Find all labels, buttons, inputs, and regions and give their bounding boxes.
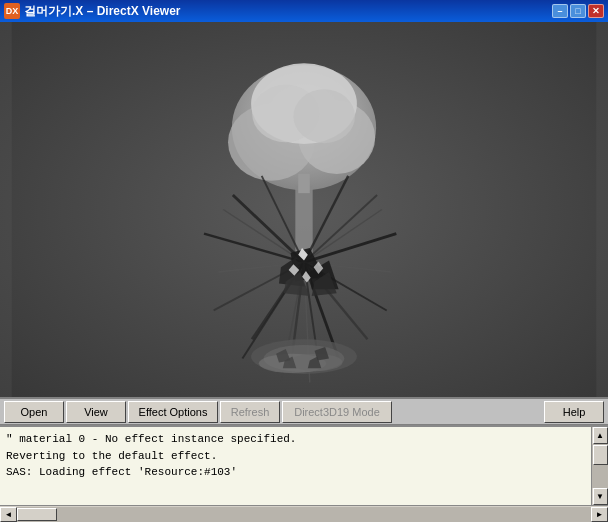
- scene-svg: [0, 22, 608, 397]
- scroll-right-button[interactable]: ►: [591, 507, 608, 522]
- svg-point-6: [293, 89, 355, 143]
- maximize-button[interactable]: □: [570, 4, 586, 18]
- scroll-track[interactable]: [592, 444, 608, 488]
- close-button[interactable]: ✕: [588, 4, 604, 18]
- status-line-2: Reverting to the default effect.: [6, 448, 585, 465]
- window-controls: – □ ✕: [552, 4, 604, 18]
- title-bar: DX 걸머가기.X – DirectX Viewer – □ ✕: [0, 0, 608, 22]
- app-icon: DX: [4, 3, 20, 19]
- main-container: Open View Effect Options Refresh Direct3…: [0, 22, 608, 522]
- window-title: 걸머가기.X – DirectX Viewer: [24, 3, 552, 20]
- scroll-h-thumb[interactable]: [17, 508, 57, 521]
- vertical-scrollbar: ▲ ▼: [591, 427, 608, 505]
- 3d-viewport[interactable]: [0, 22, 608, 397]
- help-button[interactable]: Help: [544, 401, 604, 423]
- status-area: " material 0 - No effect instance specif…: [0, 425, 608, 505]
- scene-background: [0, 22, 608, 397]
- view-button[interactable]: View: [66, 401, 126, 423]
- svg-rect-8: [298, 174, 310, 193]
- status-line-3: SAS: Loading effect 'Resource:#103': [6, 464, 585, 481]
- scroll-up-button[interactable]: ▲: [593, 427, 608, 444]
- scroll-left-button[interactable]: ◄: [0, 507, 17, 522]
- scroll-thumb[interactable]: [593, 445, 608, 465]
- minimize-button[interactable]: –: [552, 4, 568, 18]
- scroll-h-track[interactable]: [17, 507, 591, 522]
- scroll-down-button[interactable]: ▼: [593, 488, 608, 505]
- open-button[interactable]: Open: [4, 401, 64, 423]
- status-line-1: " material 0 - No effect instance specif…: [6, 431, 585, 448]
- toolbar: Open View Effect Options Refresh Direct3…: [0, 397, 608, 425]
- refresh-button[interactable]: Refresh: [220, 401, 280, 423]
- horizontal-scrollbar: ◄ ►: [0, 505, 608, 522]
- effect-options-button[interactable]: Effect Options: [128, 401, 218, 423]
- status-log: " material 0 - No effect instance specif…: [0, 427, 591, 505]
- direct3d-mode-button[interactable]: Direct3D19 Mode: [282, 401, 392, 423]
